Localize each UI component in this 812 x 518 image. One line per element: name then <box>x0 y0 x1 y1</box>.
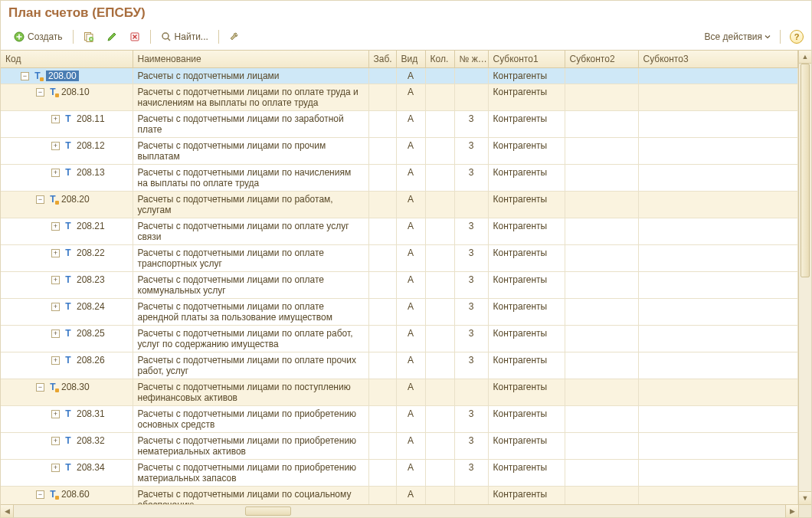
table-row[interactable]: +T208.21Расчеты с подотчетными лицами по… <box>1 218 798 245</box>
expand-toggle[interactable]: + <box>51 276 60 284</box>
account-type-icon: T <box>63 113 74 124</box>
expand-toggle[interactable]: + <box>51 356 60 365</box>
expand-toggle[interactable]: + <box>51 142 60 150</box>
table-row[interactable]: +T208.23Расчеты с подотчетными лицами по… <box>1 272 798 299</box>
expand-toggle[interactable]: + <box>51 464 60 472</box>
cell-num: 3 <box>454 165 488 192</box>
account-code: 208.60 <box>61 489 90 500</box>
table-row[interactable]: +T208.26Расчеты с подотчетными лицами по… <box>1 352 798 379</box>
collapse-toggle[interactable]: − <box>36 490 44 499</box>
col-sub2[interactable]: Субконто2 <box>565 51 638 68</box>
cell-kind: А <box>396 487 425 505</box>
col-sub3[interactable]: Субконто3 <box>638 51 798 68</box>
help-button[interactable]: ? <box>790 30 804 44</box>
table-row[interactable]: +T208.24Расчеты с подотчетными лицами по… <box>1 299 798 326</box>
cell-sub1: Контрагенты <box>488 299 565 326</box>
cell-sub2 <box>565 433 638 460</box>
account-code: 208.23 <box>77 274 105 285</box>
table-row[interactable]: −T208.00Расчеты с подотчетными лицамиАКо… <box>1 68 798 84</box>
account-type-icon: T <box>47 382 58 392</box>
cell-num: 3 <box>454 406 488 433</box>
account-type-icon: T <box>63 140 74 151</box>
collapse-toggle[interactable]: − <box>36 88 44 97</box>
cell-sub2 <box>565 352 638 379</box>
expand-toggle[interactable]: + <box>51 329 60 338</box>
cell-sub2 <box>565 138 638 165</box>
table-row[interactable]: −T208.60Расчеты с подотчетными лицами по… <box>1 487 798 505</box>
expand-toggle[interactable]: + <box>51 249 60 257</box>
table-row[interactable]: +T208.25Расчеты с подотчетными лицами по… <box>1 326 798 352</box>
col-kind[interactable]: Вид <box>396 51 425 68</box>
cell-qty <box>425 460 454 487</box>
plus-circle-icon <box>14 31 25 42</box>
scroll-thumb[interactable] <box>801 64 810 277</box>
table-row[interactable]: −T208.10Расчеты с подотчетными лицами по… <box>1 84 798 111</box>
table-row[interactable]: +T208.11Расчеты с подотчетными лицами по… <box>1 111 798 138</box>
cell-sub2 <box>565 245 638 272</box>
table-row[interactable]: +T208.13Расчеты с подотчетными лицами по… <box>1 165 798 192</box>
scroll-right-button[interactable]: ▶ <box>785 505 798 517</box>
table-row[interactable]: +T208.32Расчеты с подотчетными лицами по… <box>1 433 798 460</box>
cell-sub2 <box>565 111 638 138</box>
scroll-track-h[interactable] <box>14 505 785 517</box>
page-title: План счетов (ЕПСБУ) <box>1 1 811 25</box>
cell-num: 3 <box>454 299 488 326</box>
expand-toggle[interactable]: + <box>51 169 60 177</box>
all-actions-button[interactable]: Все действия <box>700 29 775 44</box>
cell-kind: А <box>396 165 425 192</box>
account-name: Расчеты с подотчетными лицами по оплате … <box>133 245 368 272</box>
expand-toggle[interactable]: + <box>51 437 60 445</box>
search-icon <box>161 31 172 42</box>
cell-num: 3 <box>454 218 488 245</box>
cell-sub3 <box>638 111 798 138</box>
cell-qty <box>425 218 454 245</box>
scroll-left-button[interactable]: ◀ <box>1 505 14 517</box>
account-code: 208.00 <box>46 70 79 81</box>
vertical-scrollbar[interactable]: ▲ ▼ <box>798 51 811 504</box>
scroll-thumb-h[interactable] <box>245 507 291 516</box>
account-name: Расчеты с подотчетными лицами по начисле… <box>133 165 368 192</box>
table-row[interactable]: +T208.31Расчеты с подотчетными лицами по… <box>1 406 798 433</box>
find-button[interactable]: Найти... <box>156 28 214 45</box>
collapse-toggle[interactable]: − <box>21 72 29 80</box>
table-row[interactable]: +T208.22Расчеты с подотчетными лицами по… <box>1 245 798 272</box>
create-button[interactable]: Создать <box>8 28 68 45</box>
cell-qty <box>425 165 454 192</box>
account-type-icon: T <box>47 194 58 205</box>
scroll-down-button[interactable]: ▼ <box>799 491 811 504</box>
cell-sub2 <box>565 406 638 433</box>
col-num[interactable]: № ж… <box>454 51 488 68</box>
cell-qty <box>425 272 454 299</box>
table-row[interactable]: −T208.20Расчеты с подотчетными лицами по… <box>1 192 798 218</box>
col-sub1[interactable]: Субконто1 <box>488 51 565 68</box>
cell-kind: А <box>396 111 425 138</box>
table-row[interactable]: +T208.34Расчеты с подотчетными лицами по… <box>1 460 798 487</box>
wrench-icon <box>229 31 240 42</box>
delete-button[interactable] <box>124 28 146 45</box>
table-row[interactable]: −T208.30Расчеты с подотчетными лицами по… <box>1 379 798 406</box>
account-type-icon: T <box>63 167 74 178</box>
cell-kind: А <box>396 406 425 433</box>
col-off[interactable]: Заб. <box>368 51 396 68</box>
table-row[interactable]: +T208.12Расчеты с подотчетными лицами по… <box>1 138 798 165</box>
edit-button[interactable] <box>101 28 123 45</box>
cell-qty <box>425 138 454 165</box>
expand-toggle[interactable]: + <box>51 222 60 231</box>
scroll-track[interactable] <box>799 64 811 491</box>
account-type-icon: T <box>47 87 58 97</box>
expand-toggle[interactable]: + <box>51 303 60 311</box>
col-qty[interactable]: Кол. <box>425 51 454 68</box>
expand-toggle[interactable]: + <box>51 410 60 418</box>
horizontal-scrollbar[interactable]: ◀ ▶ <box>1 504 811 517</box>
account-name: Расчеты с подотчетными лицами по оплате … <box>133 299 368 326</box>
scroll-up-button[interactable]: ▲ <box>799 51 811 64</box>
expand-toggle[interactable]: + <box>51 115 60 123</box>
col-code[interactable]: Код <box>1 51 133 68</box>
collapse-toggle[interactable]: − <box>36 195 44 204</box>
settings-button[interactable] <box>224 28 245 45</box>
collapse-toggle[interactable]: − <box>36 383 44 392</box>
account-name: Расчеты с подотчетными лицами по приобре… <box>133 460 368 487</box>
copy-button[interactable] <box>78 28 100 45</box>
col-name[interactable]: Наименование <box>133 51 368 68</box>
account-type-icon: T <box>63 355 74 366</box>
